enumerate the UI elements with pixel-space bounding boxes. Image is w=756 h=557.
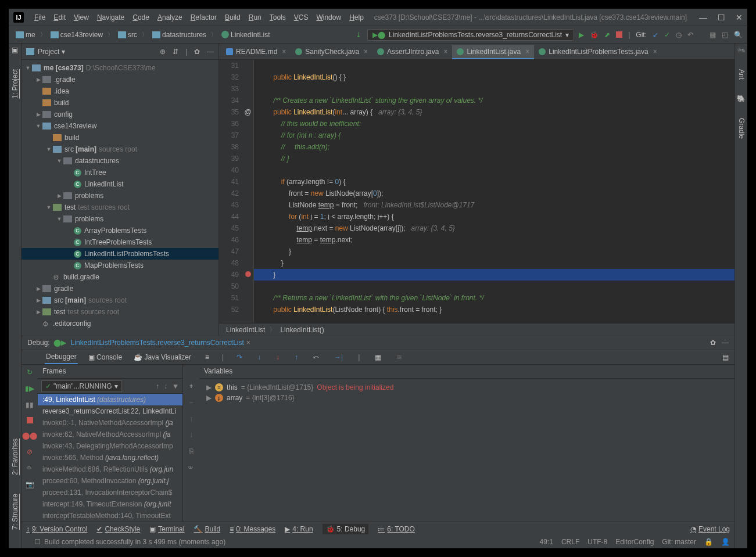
- step-into-icon[interactable]: ↓: [257, 353, 261, 361]
- project-label[interactable]: Project: [38, 48, 59, 56]
- tab-visualizer[interactable]: ☕ Java Visualizer: [132, 351, 192, 364]
- debug-icon[interactable]: 🐞: [590, 31, 599, 39]
- btn-checkstyle[interactable]: ✔ CheckStyle: [96, 525, 140, 533]
- ant-icon[interactable]: 🐜: [737, 46, 746, 54]
- tree-item[interactable]: ▼problems: [22, 213, 218, 225]
- hide-icon[interactable]: —: [207, 48, 214, 56]
- var-row[interactable]: ▶parray = {int[3]@1716}: [206, 393, 728, 403]
- minimize-icon[interactable]: —: [699, 13, 707, 22]
- add-watch-icon[interactable]: +: [189, 382, 193, 390]
- square-icon[interactable]: ▣: [12, 46, 18, 54]
- tree-item[interactable]: build: [22, 97, 218, 109]
- menu-build[interactable]: Build: [221, 12, 244, 23]
- frame-row[interactable]: proceed:60, MethodInvocation (org.junit.…: [38, 475, 182, 487]
- git-branch[interactable]: Git: master: [662, 538, 696, 546]
- menu-navigate[interactable]: Navigate: [94, 12, 128, 23]
- tree-item[interactable]: CIntTree: [22, 167, 218, 178]
- tree-item[interactable]: ▼src [main] sources root: [22, 143, 218, 155]
- down-icon[interactable]: ↓: [164, 382, 167, 390]
- coverage-icon[interactable]: ⬈: [604, 31, 610, 39]
- frame-row[interactable]: invoke0:-1, NativeMethodAccessorImpl (ja: [38, 417, 182, 429]
- menu-window[interactable]: Window: [313, 12, 345, 23]
- copy-icon[interactable]: ⎘: [189, 447, 194, 455]
- tool-structure[interactable]: 7: Structure: [10, 490, 20, 533]
- crumb-me[interactable]: me: [13, 30, 38, 39]
- run-icon[interactable]: ▶: [579, 31, 584, 39]
- menu-analyze[interactable]: Analyze: [154, 12, 186, 23]
- frame-row[interactable]: invoke:566, Method (java.lang.reflect): [38, 452, 182, 463]
- menu-file[interactable]: File: [31, 12, 49, 23]
- line-sep[interactable]: CRLF: [561, 538, 579, 546]
- ide-icon[interactable]: ▦: [710, 31, 716, 39]
- step-over-icon[interactable]: ↷: [237, 353, 242, 361]
- tab-LinkedIntListProblemsTests.java[interactable]: LinkedIntListProblemsTests.java×: [534, 45, 661, 59]
- menu-vcs[interactable]: VCS: [291, 12, 312, 23]
- tab-README.md[interactable]: README.md×: [221, 45, 291, 59]
- menu-run[interactable]: Run: [245, 12, 265, 23]
- status-icon[interactable]: ☐: [34, 538, 41, 546]
- remove-watch-icon[interactable]: −: [189, 398, 193, 407]
- menu-tools[interactable]: Tools: [266, 12, 289, 23]
- stop-icon[interactable]: [616, 31, 622, 38]
- glasses-icon[interactable]: ᯣ: [26, 464, 33, 472]
- search-icon[interactable]: 🔍: [734, 31, 743, 39]
- layout-icon[interactable]: ▤: [722, 353, 729, 361]
- filter-icon[interactable]: ▼: [172, 382, 179, 390]
- gradle-icon[interactable]: 🐘: [737, 95, 746, 103]
- tab-console[interactable]: ▣ Console: [87, 351, 123, 364]
- tree-item[interactable]: ⚙.editorconfig: [22, 318, 218, 329]
- tree-item[interactable]: .idea: [22, 85, 218, 97]
- tab-debugger[interactable]: Debugger: [45, 350, 78, 364]
- tree-item[interactable]: build: [22, 132, 218, 143]
- maximize-icon[interactable]: ☐: [718, 13, 725, 22]
- glasses-icon[interactable]: ᯣ: [188, 463, 195, 472]
- btn-build[interactable]: 🔨 Build: [194, 525, 220, 533]
- btn-todo[interactable]: ≔ 6: TODO: [378, 525, 415, 533]
- crumb-datastructures[interactable]: datastructures: [150, 30, 209, 39]
- btn-vcs[interactable]: ↕ 9: Version Control: [26, 525, 87, 533]
- menu-refactor[interactable]: Refactor: [187, 12, 220, 23]
- camera-icon[interactable]: 📷: [26, 480, 34, 488]
- frame-row[interactable]: reverse3_returnsCorrectList:22, LinkedIn…: [38, 405, 182, 417]
- build-icon[interactable]: ⤓: [356, 31, 361, 39]
- caret-pos[interactable]: 49:1: [540, 538, 553, 546]
- thread-selector[interactable]: ✓"main"...RUNNING▾: [41, 380, 122, 392]
- run-to-cursor-icon[interactable]: →|: [334, 353, 343, 361]
- frame-row[interactable]: interceptTestableMethod:140, TimeoutExt: [38, 510, 182, 522]
- frame-row[interactable]: intercept:149, TimeoutExtension (org.jun…: [38, 498, 182, 510]
- frame-row[interactable]: :49, LinkedIntList (datastructures): [38, 394, 182, 405]
- tree-item[interactable]: ▶gradle: [22, 283, 218, 294]
- rerun-icon[interactable]: ↻: [27, 368, 33, 376]
- close-icon[interactable]: ✕: [736, 13, 743, 22]
- btn-messages[interactable]: ≡ 0: Messages: [230, 525, 275, 533]
- btn-terminal[interactable]: ▣ Terminal: [149, 525, 184, 533]
- tree-item[interactable]: CArrayProblemsTests: [22, 225, 218, 236]
- locate-icon[interactable]: ⊕: [160, 48, 166, 56]
- evaluate-icon[interactable]: ▦: [375, 353, 381, 361]
- force-step-icon[interactable]: ↓: [276, 353, 280, 361]
- btn-debug[interactable]: 🐞 5: Debug: [323, 524, 369, 534]
- tree-item[interactable]: CIntTreeProblemsTests: [22, 236, 218, 248]
- tool-project[interactable]: 1: Project: [10, 66, 20, 102]
- chevron-down-icon[interactable]: ▾: [62, 48, 65, 56]
- mute-bp-icon[interactable]: ⊘: [27, 448, 33, 456]
- crumb-src[interactable]: src: [116, 30, 139, 39]
- tree-item[interactable]: ▼cse143review: [22, 120, 218, 132]
- tree-item[interactable]: CLinkedIntList: [22, 178, 218, 190]
- encoding[interactable]: UTF-8: [587, 538, 607, 546]
- pause-icon[interactable]: ▮▮: [26, 401, 34, 409]
- var-row[interactable]: ▶≡this = {LinkedIntList@1715} Object is …: [206, 382, 728, 393]
- tree-item[interactable]: CLinkedIntListProblemsTests: [22, 248, 218, 260]
- btn-eventlog[interactable]: ◔ Event Log: [690, 525, 730, 533]
- tab-LinkedIntList.java[interactable]: LinkedIntList.java×: [452, 45, 534, 59]
- tree-item[interactable]: ⚙build.gradle: [22, 271, 218, 283]
- crumb-cse143review[interactable]: cse143review: [48, 30, 105, 39]
- tool-ant[interactable]: Ant: [736, 66, 747, 83]
- resume-icon[interactable]: ▮▶: [25, 384, 34, 393]
- tab-SanityCheck.java[interactable]: SanityCheck.java×: [291, 45, 372, 59]
- menu-help[interactable]: Help: [346, 12, 367, 23]
- frame-row[interactable]: proceed:131, InvocationInterceptorChain$: [38, 487, 182, 498]
- tree-item[interactable]: ▶test test sources root: [22, 306, 218, 318]
- gear-icon[interactable]: ✿: [194, 48, 200, 56]
- menu-code[interactable]: Code: [129, 12, 153, 23]
